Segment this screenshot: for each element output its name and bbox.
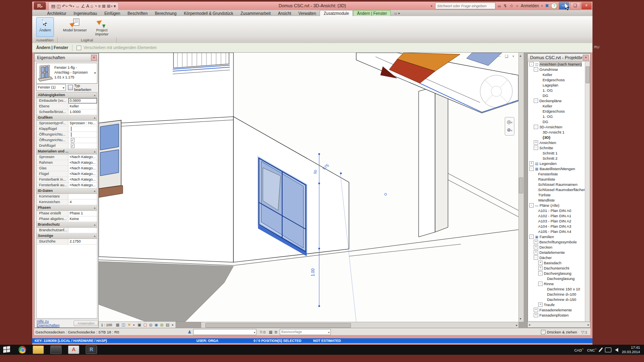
tab-ändern-fenster[interactable]: Ändern | Fenster: [353, 10, 391, 16]
show-crop-icon[interactable]: ▢: [143, 322, 147, 327]
vertical-scrollbar-thumb[interactable]: [519, 177, 523, 193]
drawing-area[interactable]: 575 50 1.00 — ❑ × ◎▾ ⊕▾ 1 : 100 ▦◫☀◐▣▢◎◉…: [99, 53, 518, 322]
property-value[interactable]: 0.0800: [68, 98, 97, 103]
tab-architektur[interactable]: Architektur: [43, 10, 70, 16]
property-row[interactable]: Brandschutzanf...: [37, 228, 97, 233]
collapse-group-icon[interactable]: ▴: [94, 205, 95, 210]
display-icon[interactable]: [605, 348, 611, 352]
editable-only-icon[interactable]: ⚲: [260, 330, 262, 334]
tree-item-3d-ansicht-1[interactable]: 3D-Ansicht 1: [528, 130, 590, 135]
expand-icon[interactable]: +: [534, 313, 538, 317]
search-icon[interactable]: ∞: [498, 4, 501, 8]
tab-overflow-button[interactable]: ▭ ▾: [394, 12, 400, 16]
tree-item-a105-plan-din-a4[interactable]: A105 - Plan DIN A4: [528, 229, 590, 234]
maximize-button[interactable]: ❑: [570, 2, 580, 10]
left-window[interactable]: [99, 120, 123, 197]
collapse-icon[interactable]: -: [529, 62, 534, 66]
pb-hscroll-left-icon[interactable]: ◂: [528, 323, 530, 327]
property-group-id-daten[interactable]: ID-Daten▴: [37, 188, 97, 194]
crop-view-icon[interactable]: ▣: [137, 322, 141, 327]
tree-item-{3d}[interactable]: {3D}: [528, 135, 590, 140]
property-value[interactable]: <Nach Katego...: [68, 183, 97, 188]
3d-view[interactable]: 575 50 1.00: [99, 53, 518, 322]
design-options-icon[interactable]: ▦: [269, 330, 272, 334]
property-value[interactable]: ✓: [68, 143, 97, 148]
zoom-button[interactable]: ⊕▾: [505, 126, 514, 134]
tab-beschriften[interactable]: Beschriften: [124, 10, 151, 16]
collapse-group-icon[interactable]: ▴: [94, 93, 95, 98]
sun-path-icon[interactable]: ☀: [127, 322, 131, 327]
app-icon-dark[interactable]: [50, 346, 62, 354]
start-button[interactable]: [3, 346, 12, 354]
filter-icon[interactable]: ▽:1: [581, 330, 587, 334]
tree-item-familien[interactable]: -▣Familien: [528, 234, 590, 239]
collapse-icon[interactable]: -: [534, 125, 538, 129]
shadows-icon[interactable]: ◐: [133, 322, 135, 327]
collapse-group-icon[interactable]: ▴: [94, 115, 95, 120]
tree-item-dg[interactable]: DG: [528, 93, 590, 98]
tree-item-schlüssel-raumoberflächen[interactable]: Schlüssel Raumoberflächen: [528, 187, 590, 192]
tab-körpermodell-grundstück[interactable]: Körpermodell & Grundstück: [180, 10, 237, 16]
tree-item-a103-plan-din-a2[interactable]: A103 - Plan DIN A2: [528, 218, 590, 224]
property-row[interactable]: Sprossentyp<F...Sprossen : Ho...: [37, 121, 97, 126]
type-selector-caret-icon[interactable]: ▾: [94, 63, 97, 83]
tree-item-türliste[interactable]: Türliste: [528, 192, 590, 197]
tree-item-pläne-(alle)[interactable]: -▭Pläne (Alle): [528, 203, 590, 208]
property-value[interactable]: 4: [68, 200, 97, 205]
tree-item-dachrinne-150-x-10[interactable]: Dachrinne 150 x 10: [528, 286, 590, 292]
tree-item-1-og[interactable]: 1. OG: [528, 88, 590, 93]
tree-item-deckenpläne[interactable]: -Deckenpläne: [528, 98, 590, 103]
help-icon[interactable]: ?: [551, 3, 557, 9]
file-explorer-icon[interactable]: [33, 346, 44, 354]
apply-button[interactable]: Anwenden: [74, 321, 98, 326]
close-button[interactable]: ×: [581, 2, 592, 10]
property-value[interactable]: <Nach Katego...: [68, 160, 97, 165]
property-value[interactable]: Keller: [68, 104, 97, 109]
property-group-materialien-und[interactable]: Materialien und ...▴: [37, 149, 97, 154]
lock-view-icon[interactable]: ◎: [149, 322, 153, 327]
panel-auswaehlen[interactable]: Auswählen: [32, 37, 58, 43]
property-value[interactable]: 1.0000: [68, 109, 97, 115]
property-checkbox[interactable]: [71, 127, 72, 131]
visual-style-icon[interactable]: ◫: [122, 322, 125, 327]
communication-center-icon[interactable]: ↯: [504, 3, 507, 8]
tree-item-schnitte[interactable]: -Schnitte: [528, 145, 590, 150]
property-row[interactable]: Öffnungsrichtu...✓: [37, 138, 97, 143]
tray-cad[interactable]: CAD»: [574, 348, 584, 352]
property-value[interactable]: [68, 126, 97, 132]
property-value[interactable]: [68, 228, 97, 233]
property-row[interactable]: Kennzeichen4: [37, 200, 97, 205]
vscroll-down-arrow-icon[interactable]: ▾: [520, 316, 521, 322]
tree-item-fassadenpfosten[interactable]: +Fassadenpfosten: [528, 313, 590, 318]
tree-item-ansichten-(nach-namen)[interactable]: -◫Ansichten (nach Namen): [528, 62, 590, 67]
search-input[interactable]: [435, 2, 495, 9]
project-importer-button[interactable]: Project importer: [89, 17, 114, 36]
main-model-icon[interactable]: ≣: [274, 330, 277, 334]
project-browser-hscrollbar[interactable]: ◂ ▸: [528, 322, 590, 327]
type-selector[interactable]: Fenster 1-flg - Anschlag - Sprossen 1.01…: [36, 63, 97, 84]
tab-einfügen[interactable]: Einfügen: [101, 10, 124, 16]
tree-item-fensterliste[interactable]: Fensterliste: [528, 171, 590, 177]
collapse-icon[interactable]: -: [534, 146, 538, 150]
pb-hscroll-right-icon[interactable]: ▸: [588, 323, 589, 327]
revit-taskbar-icon[interactable]: R: [86, 346, 97, 354]
expand-icon[interactable]: +: [534, 250, 538, 255]
press-drag-checkbox[interactable]: ✓: [541, 330, 545, 334]
tree-item-basisdach[interactable]: +Basisdach: [528, 260, 590, 265]
move-with-nearby-checkbox[interactable]: [76, 45, 81, 50]
tray-cnc[interactable]: CNC»: [587, 348, 597, 352]
tree-item-a104-plan-din-a3[interactable]: A104 - Plan DIN A3: [528, 224, 590, 229]
property-value[interactable]: [68, 194, 97, 199]
properties-header[interactable]: Eigenschaften ×: [35, 54, 98, 62]
hscroll-left-arrow-icon[interactable]: ◂: [171, 322, 173, 328]
tree-item-schnitt-1[interactable]: Schnitt 1: [528, 150, 590, 156]
tree-item-keller[interactable]: Keller: [528, 72, 590, 77]
scale-button[interactable]: 1 : 100: [101, 323, 112, 327]
tree-item-fassadenelemente[interactable]: +Fassadenelemente: [528, 307, 590, 313]
property-value[interactable]: [68, 132, 97, 137]
property-value[interactable]: 2.1750: [68, 239, 97, 244]
property-row[interactable]: EbeneKeller: [37, 104, 97, 109]
panel-logikal[interactable]: LogiKal: [58, 37, 117, 43]
project-browser-scrollbar-thumb[interactable]: [586, 66, 590, 83]
collapse-group-icon[interactable]: ▴: [94, 233, 95, 239]
